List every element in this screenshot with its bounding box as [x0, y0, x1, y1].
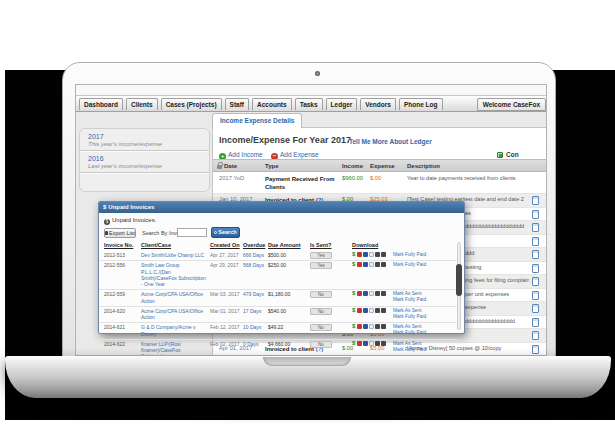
dialog-scrollbar-thumb[interactable] — [456, 264, 462, 296]
copy-icon[interactable] — [369, 262, 374, 267]
client-case-link[interactable]: Acme Corp/CPA USA/Office Action — [141, 307, 207, 323]
print-icon[interactable] — [375, 252, 380, 257]
pdf-icon[interactable] — [357, 324, 362, 329]
tab-vendors[interactable]: Vendors — [360, 98, 396, 110]
copy-icon[interactable] — [369, 291, 374, 296]
edit-note-icon[interactable] — [532, 304, 539, 313]
copy-icon[interactable] — [369, 252, 374, 257]
word-icon[interactable] — [363, 291, 368, 296]
overdue-link[interactable]: 666 Days — [243, 252, 264, 258]
col-download[interactable]: Download — [352, 242, 378, 248]
year-link[interactable]: 2017 — [88, 133, 201, 140]
pdf-icon[interactable] — [357, 308, 362, 313]
col-overdue[interactable]: Overdue — [243, 242, 265, 248]
copy-icon[interactable] — [369, 324, 374, 329]
edit-note-icon[interactable] — [532, 223, 539, 232]
col-due-amount[interactable]: Due Amount — [268, 242, 301, 248]
client-case-link[interactable]: Dev Smith/Little Champ LLC — [141, 251, 207, 260]
col-date[interactable]: Date — [224, 163, 237, 169]
pdf-icon[interactable] — [357, 262, 362, 267]
tab-accounts[interactable]: Accounts — [252, 98, 292, 110]
edit-note-icon[interactable] — [532, 210, 539, 219]
word-icon[interactable] — [363, 341, 368, 346]
dollar-icon[interactable]: $ — [352, 291, 356, 296]
sidebar-item-2016[interactable]: 2016Last year's income/expense — [80, 151, 209, 173]
doc-icon[interactable] — [381, 324, 386, 329]
dialog-titlebar[interactable]: $Unpaid Invoices — [99, 202, 464, 213]
search-invoice-input[interactable] — [177, 228, 207, 237]
dollar-icon[interactable]: $ — [352, 308, 356, 313]
word-icon[interactable] — [363, 308, 368, 313]
word-icon[interactable] — [363, 252, 368, 257]
mark-fully-paid-link[interactable]: Mark Fully Paid — [393, 252, 426, 258]
print-icon[interactable] — [375, 341, 380, 346]
dollar-icon[interactable]: $ — [352, 324, 356, 329]
client-case-link[interactable]: Kramer LLP/(Rosi Kramer)/CaseFox Subscri… — [141, 340, 207, 356]
tab-staff[interactable]: Staff — [225, 98, 249, 110]
edit-note-icon[interactable] — [532, 250, 539, 259]
search-button[interactable]: Search — [211, 227, 240, 238]
print-icon[interactable] — [375, 308, 380, 313]
tab-clients[interactable]: Clients — [126, 98, 158, 110]
pdf-icon[interactable] — [357, 291, 362, 296]
print-icon[interactable] — [375, 291, 380, 296]
dollar-icon[interactable]: $ — [352, 341, 356, 346]
tab-cases-projects[interactable]: Cases (Projects) — [161, 98, 222, 110]
overdue-link[interactable]: 479 Days — [243, 291, 264, 297]
copy-icon[interactable] — [369, 341, 374, 346]
col-created-on[interactable]: Created On — [210, 242, 240, 248]
overdue-link[interactable]: 10 Days — [243, 324, 261, 330]
doc-icon[interactable] — [381, 341, 386, 346]
edit-note-icon[interactable] — [532, 237, 539, 246]
col-client-case[interactable]: Client/Case — [141, 242, 171, 248]
client-case-link[interactable]: G & D Company/Acme v Disney — [141, 323, 207, 339]
copy-icon[interactable] — [369, 308, 374, 313]
export-list-button[interactable]: Export List — [104, 228, 136, 238]
edit-note-icon[interactable] — [532, 196, 539, 205]
col-description[interactable]: Description — [407, 163, 440, 169]
word-icon[interactable] — [363, 324, 368, 329]
tab-income-expense-details[interactable]: Income Expense Details — [212, 113, 302, 128]
doc-icon[interactable] — [381, 308, 386, 313]
edit-note-icon[interactable] — [532, 277, 539, 286]
overdue-link[interactable]: 17 Days — [243, 308, 261, 314]
edit-note-icon[interactable] — [532, 345, 539, 354]
print-icon[interactable] — [375, 324, 380, 329]
client-case-link[interactable]: Acme Corp/CPA USA/Office Action — [141, 290, 207, 306]
pdf-icon[interactable] — [357, 341, 362, 346]
doc-icon[interactable] — [381, 252, 386, 257]
edit-note-icon[interactable] — [532, 264, 539, 273]
overdue-link[interactable]: 568 Days — [243, 262, 264, 268]
col-expense[interactable]: Expense — [370, 163, 395, 169]
word-icon[interactable] — [363, 262, 368, 267]
tab-phone-log[interactable]: Phone Log — [399, 98, 443, 110]
edit-note-icon[interactable] — [532, 318, 539, 327]
dollar-icon[interactable]: $ — [352, 262, 356, 267]
col-income[interactable]: Income — [342, 163, 363, 169]
ledger-help-link[interactable]: Tell Me More About Ledger — [349, 138, 432, 145]
mark-fully-paid-link[interactable]: Mark Fully Paid — [393, 297, 426, 303]
mark-fully-paid-link[interactable]: Mark Fully Paid — [393, 314, 426, 320]
col-invoice-no[interactable]: Invoice No. — [104, 242, 133, 248]
date-link[interactable]: 2017 YoD — [219, 175, 244, 181]
tab-dashboard[interactable]: Dashboard — [79, 98, 123, 110]
tab-ledger[interactable]: Ledger — [326, 98, 358, 110]
year-link[interactable]: 2016 — [88, 155, 201, 162]
tab-tasks[interactable]: Tasks — [295, 98, 323, 110]
doc-icon[interactable] — [381, 262, 386, 267]
print-icon[interactable] — [375, 262, 380, 267]
edit-note-icon[interactable] — [532, 291, 539, 300]
col-type[interactable]: Type — [265, 163, 279, 169]
doc-icon[interactable] — [381, 291, 386, 296]
compact-view-toggle[interactable]: Con — [497, 151, 519, 158]
mark-fully-paid-link[interactable]: Mark Fully Paid — [393, 330, 426, 336]
mark-fully-paid-link[interactable]: Mark Fully Paid — [393, 262, 426, 268]
mark-fully-paid-link[interactable]: Mark Fully Paid — [393, 347, 426, 353]
edit-note-icon[interactable] — [532, 331, 539, 340]
pdf-icon[interactable] — [357, 252, 362, 257]
col-is-sent[interactable]: Is Sent? — [310, 242, 331, 248]
overdue-link[interactable]: 0 Days — [243, 341, 259, 347]
client-case-link[interactable]: Smith Law Group P.L.L.C./(Dan Smith)/Cas… — [141, 261, 207, 289]
dollar-icon[interactable]: $ — [352, 252, 356, 257]
sidebar-item-2017[interactable]: 2017This year's income/expense — [80, 129, 209, 151]
